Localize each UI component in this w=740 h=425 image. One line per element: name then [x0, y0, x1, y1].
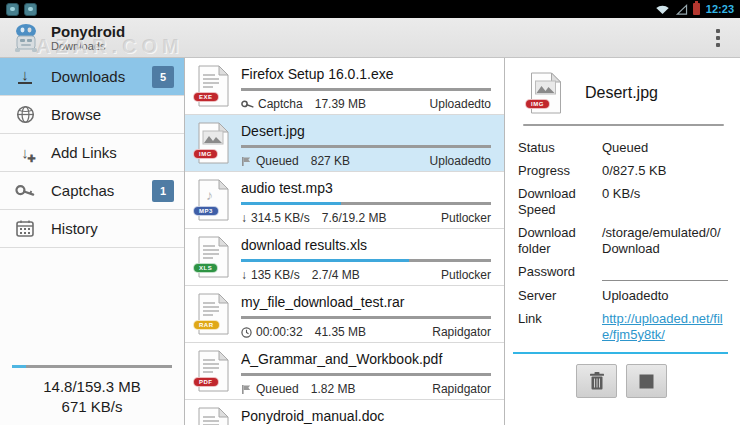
overall-progress-bar	[12, 365, 172, 368]
file-badge: PDF	[193, 377, 219, 387]
downloads-count-badge: 5	[152, 66, 174, 88]
download-status: Captcha	[258, 97, 303, 111]
details-panel: IMG Desert.jpg Status Queued Progress 0/…	[505, 58, 740, 425]
app-notification-icon[interactable]	[24, 3, 37, 16]
stop-icon	[639, 374, 654, 389]
sidebar-item-label: Captchas	[51, 182, 114, 199]
main-content: ↓ Downloads 5 Browse ↓✚ Add Links Captch…	[0, 58, 740, 425]
download-status: 135 KB/s	[251, 268, 300, 282]
download-link[interactable]: http://uploaded.net/file/fjm5y8tk/	[602, 311, 728, 343]
password-input[interactable]	[602, 264, 728, 281]
file-badge: RAR	[193, 320, 220, 330]
download-size: 17.39 MB	[315, 97, 366, 111]
field-value-download-folder: /storage/emulated/0/Download	[602, 225, 728, 257]
sidebar: ↓ Downloads 5 Browse ↓✚ Add Links Captch…	[0, 58, 185, 425]
download-server: Uploadedto	[430, 97, 491, 111]
details-actions	[515, 364, 728, 398]
field-value-status: Queued	[602, 140, 728, 156]
overall-speed-text: 671 KB/s	[0, 397, 184, 417]
queue-flag-icon	[241, 156, 252, 167]
file-badge: XLS	[193, 263, 218, 273]
download-name: Firefox Setup 16.0.1.exe	[241, 66, 491, 82]
file-badge: IMG	[193, 149, 218, 159]
file-badge: MP3	[193, 206, 219, 216]
download-size: 7.6/19.2 MB	[322, 211, 387, 225]
svg-text:♪: ♪	[206, 187, 213, 203]
file-badge: EXE	[193, 92, 219, 102]
download-status: Queued	[256, 382, 299, 396]
download-progress-bar	[241, 373, 491, 376]
field-label-download-speed: Download Speed	[518, 186, 590, 218]
download-size: 2.7/4 MB	[312, 268, 360, 282]
sidebar-item-captchas[interactable]: Captchas 1	[0, 172, 184, 210]
file-type-icon-exe: EXE	[197, 65, 230, 107]
stop-button[interactable]	[626, 364, 667, 398]
delete-button[interactable]	[576, 364, 617, 398]
ponydroid-logo-icon	[10, 23, 42, 53]
download-status: Queued	[256, 154, 299, 168]
sidebar-item-browse[interactable]: Browse	[0, 96, 184, 134]
download-size: 1.82 MB	[311, 382, 356, 396]
sidebar-item-downloads[interactable]: ↓ Downloads 5	[0, 58, 184, 96]
sidebar-item-history[interactable]: History	[0, 210, 184, 248]
download-progress-bar	[241, 88, 491, 91]
title-block: Ponydroid Downloads	[51, 23, 125, 53]
key-icon	[241, 100, 254, 109]
download-name: audio test.mp3	[241, 180, 491, 196]
captchas-count-badge: 1	[152, 180, 174, 202]
download-row-test-rar[interactable]: RAR my_file_download_test.rar 00:00:32 4…	[185, 286, 504, 343]
overall-progress-fill	[12, 365, 26, 368]
download-row-firefox-exe[interactable]: EXE Firefox Setup 16.0.1.exe Captcha 17.…	[185, 58, 504, 115]
download-row-desert-jpg[interactable]: IMG Desert.jpg Queued 827 KB Uploadedto	[185, 115, 504, 172]
field-value-download-speed: 0 KB/s	[602, 186, 728, 218]
download-server: Uploadedto	[430, 154, 491, 168]
trash-icon	[588, 371, 606, 391]
sidebar-item-label: Downloads	[51, 68, 125, 85]
overflow-menu-icon[interactable]	[706, 22, 730, 54]
download-server: Rapidgator	[432, 382, 491, 396]
sidebar-item-label: Add Links	[51, 144, 117, 161]
download-row-workbook-pdf[interactable]: PDF A_Grammar_and_Workbook.pdf Queued 1.…	[185, 343, 504, 400]
download-row-results-xls[interactable]: XLS download results.xls ↓ 135 KB/s 2.7/…	[185, 229, 504, 286]
wifi-icon	[655, 4, 670, 15]
field-label-progress: Progress	[518, 163, 590, 179]
file-type-icon-mp3: ♪ MP3	[197, 179, 230, 221]
file-badge: IMG	[525, 99, 550, 109]
download-server: Rapidgator	[432, 325, 491, 339]
field-label-server: Server	[518, 288, 590, 304]
file-type-icon-rar: RAR	[197, 293, 230, 335]
app-subtitle: Downloads	[51, 40, 125, 53]
download-list: EXE Firefox Setup 16.0.1.exe Captcha 17.…	[185, 58, 505, 425]
app-notification-icon[interactable]	[6, 3, 19, 16]
download-progress-bar	[241, 259, 491, 262]
download-name: Desert.jpg	[241, 123, 491, 139]
file-type-icon-img: IMG	[529, 72, 563, 114]
file-type-icon-img: IMG	[197, 122, 230, 164]
download-progress-bar	[241, 316, 491, 319]
download-server: Putlocker	[441, 211, 491, 225]
clock-icon	[241, 327, 252, 338]
download-row-audio-mp3[interactable]: ♪ MP3 audio test.mp3 ↓ 314.5 KB/s 7.6/19…	[185, 172, 504, 229]
signal-icon	[675, 4, 688, 15]
download-server: Putlocker	[441, 268, 491, 282]
key-icon	[13, 184, 37, 198]
field-value-progress: 0/827.5 KB	[602, 163, 728, 179]
status-bar: 12:23	[0, 0, 740, 18]
details-header: IMG Desert.jpg	[515, 72, 728, 114]
details-divider	[523, 124, 724, 126]
details-accent-divider	[513, 352, 728, 354]
download-row-manual-doc[interactable]: DOC Ponydroid_manual.doc	[185, 400, 504, 425]
details-file-name: Desert.jpg	[585, 84, 658, 102]
field-label-download-folder: Download folder	[518, 225, 590, 257]
download-progress-bar	[241, 202, 491, 205]
file-type-icon-xls: XLS	[197, 236, 230, 278]
field-value-server: Uploadedto	[602, 288, 728, 304]
sidebar-item-add-links[interactable]: ↓✚ Add Links	[0, 134, 184, 172]
field-label-password: Password	[518, 264, 590, 281]
download-icon: ↓	[13, 69, 37, 84]
app-title: Ponydroid	[51, 23, 125, 40]
overall-progress-text: 14.8/159.3 MB	[0, 377, 184, 397]
down-arrow-icon: ↓	[241, 211, 247, 225]
add-link-icon: ↓✚	[13, 144, 37, 161]
sidebar-footer: 14.8/159.3 MB 671 KB/s	[0, 365, 184, 417]
